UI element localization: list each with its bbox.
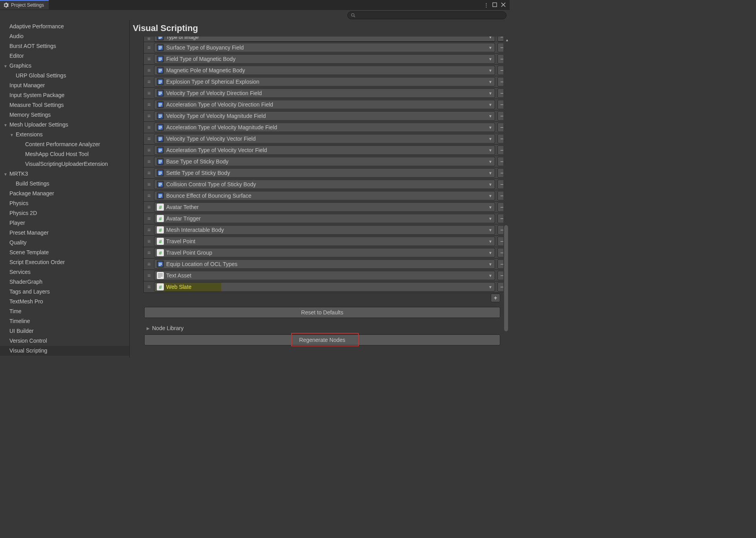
- more-icon[interactable]: ⋮: [483, 2, 489, 8]
- drag-handle-icon[interactable]: ≡: [146, 44, 152, 51]
- type-dropdown[interactable]: Text Asset▼: [154, 271, 495, 280]
- sidebar-item[interactable]: Measure Tool Settings: [0, 100, 129, 110]
- drag-handle-icon[interactable]: ≡: [146, 181, 152, 187]
- add-type-button[interactable]: +: [491, 294, 500, 302]
- drag-handle-icon[interactable]: ≡: [146, 113, 152, 119]
- sidebar-item[interactable]: Version Control: [0, 336, 129, 346]
- search-field[interactable]: [358, 13, 503, 18]
- drag-handle-icon[interactable]: ≡: [146, 158, 152, 165]
- drag-handle-icon[interactable]: ≡: [146, 227, 152, 233]
- type-dropdown[interactable]: #Travel Point Group▼: [154, 248, 495, 257]
- type-dropdown[interactable]: #Travel Point▼: [154, 237, 495, 246]
- sidebar-item[interactable]: ShaderGraph: [0, 277, 129, 287]
- drag-handle-icon[interactable]: ≡: [146, 101, 152, 108]
- search-input[interactable]: [347, 11, 506, 19]
- sidebar-item[interactable]: Memory Settings: [0, 110, 129, 120]
- type-dropdown[interactable]: Acceleration Type of Velocity Direction …: [154, 100, 495, 109]
- sidebar-item[interactable]: ▼Mesh Uploader Settings: [0, 120, 129, 130]
- svg-rect-34: [159, 115, 162, 116]
- sidebar-item[interactable]: Visual Scripting: [0, 346, 129, 356]
- type-dropdown[interactable]: Surface Type of Buoyancy Field▼: [154, 43, 495, 52]
- type-dropdown[interactable]: #Avatar Trigger▼: [154, 214, 495, 223]
- drag-handle-icon[interactable]: ≡: [146, 170, 152, 176]
- drag-handle-icon[interactable]: ≡: [146, 136, 152, 142]
- drag-handle-icon[interactable]: ≡: [146, 79, 152, 85]
- type-dropdown[interactable]: #Mesh Interactable Body▼: [154, 225, 495, 235]
- sidebar-item[interactable]: Script Execution Order: [0, 257, 129, 267]
- drag-handle-icon[interactable]: ≡: [146, 204, 152, 210]
- type-options-list[interactable]: ≡ Type of Image ▼ − ≡Surface Type of Buo…: [130, 37, 510, 358]
- drag-handle-icon[interactable]: ≡: [146, 215, 152, 222]
- sidebar-item[interactable]: Physics 2D: [0, 208, 129, 218]
- drag-handle-icon[interactable]: ≡: [146, 272, 152, 279]
- type-dropdown[interactable]: Bounce Effect of Bouncing Surface▼: [154, 191, 495, 200]
- type-dropdown[interactable]: Type of Image ▼: [154, 37, 495, 42]
- drag-handle-icon[interactable]: ≡: [146, 238, 152, 244]
- sidebar-item[interactable]: Content Performance Analyzer: [0, 140, 129, 149]
- svg-rect-42: [159, 138, 162, 138]
- sidebar-item[interactable]: Time: [0, 307, 129, 316]
- reset-defaults-button[interactable]: Reset to Defaults: [144, 307, 500, 318]
- type-dropdown[interactable]: Settle Type of Sticky Body▼: [154, 168, 495, 178]
- drag-handle-icon[interactable]: ≡: [146, 193, 152, 199]
- sidebar-item[interactable]: Timeline: [0, 316, 129, 326]
- type-label: Explosion Type of Spherical Explosion: [166, 79, 486, 85]
- settings-sidebar[interactable]: Adaptive PerformanceAudioBurst AOT Setti…: [0, 20, 130, 358]
- sidebar-item[interactable]: Tags and Layers: [0, 287, 129, 297]
- sidebar-item[interactable]: Editor: [0, 51, 129, 61]
- sidebar-item[interactable]: Package Manager: [0, 189, 129, 198]
- type-dropdown[interactable]: Magnetic Pole of Magnetic Body▼: [154, 66, 495, 75]
- sidebar-item[interactable]: Player: [0, 218, 129, 228]
- type-dropdown[interactable]: Field Type of Magnetic Body▼: [154, 54, 495, 64]
- sidebar-item[interactable]: Input Manager: [0, 81, 129, 90]
- drag-handle-icon[interactable]: ≡: [146, 261, 152, 267]
- scroll-up-icon[interactable]: ▲: [505, 38, 509, 42]
- sidebar-item[interactable]: UI Builder: [0, 326, 129, 336]
- drag-handle-icon[interactable]: ≡: [146, 67, 152, 73]
- scrollbar-track[interactable]: ▲: [503, 37, 509, 358]
- sidebar-item[interactable]: Audio: [0, 31, 129, 41]
- sidebar-item[interactable]: ▼MRTK3: [0, 169, 129, 179]
- drag-handle-icon[interactable]: ≡: [146, 90, 152, 96]
- sidebar-item[interactable]: Adaptive Performance: [0, 22, 129, 31]
- sidebar-item[interactable]: Scene Template: [0, 248, 129, 257]
- drag-handle-icon[interactable]: ≡: [146, 250, 152, 256]
- sidebar-item-label: Burst AOT Settings: [9, 43, 56, 49]
- sidebar-item[interactable]: ▼Extensions: [0, 130, 129, 140]
- type-dropdown[interactable]: Equip Location of OCL Types▼: [154, 259, 495, 269]
- sidebar-item[interactable]: Quality: [0, 238, 129, 248]
- type-dropdown[interactable]: Explosion Type of Spherical Explosion▼: [154, 77, 495, 86]
- drag-handle-icon[interactable]: ≡: [146, 37, 152, 42]
- type-dropdown[interactable]: Velocity Type of Velocity Vector Field▼: [154, 134, 495, 143]
- sidebar-item[interactable]: Services: [0, 267, 129, 277]
- chevron-down-icon: ▼: [488, 285, 492, 289]
- sidebar-item[interactable]: Physics: [0, 198, 129, 208]
- close-icon[interactable]: [500, 2, 506, 8]
- csharp-script-icon: #: [157, 215, 164, 222]
- sidebar-item[interactable]: Preset Manager: [0, 228, 129, 238]
- sidebar-item[interactable]: VisualScriptingUploaderExtension: [0, 159, 129, 169]
- drag-handle-icon[interactable]: ≡: [146, 284, 152, 290]
- sidebar-item[interactable]: ▼Graphics: [0, 61, 129, 71]
- drag-handle-icon[interactable]: ≡: [146, 124, 152, 130]
- type-dropdown[interactable]: Base Type of Sticky Body▼: [154, 157, 495, 166]
- type-dropdown[interactable]: Acceleration Type of Velocity Magnitude …: [154, 123, 495, 132]
- sidebar-item[interactable]: Input System Package: [0, 90, 129, 100]
- sidebar-item[interactable]: MeshApp Cloud Host Tool: [0, 149, 129, 159]
- type-dropdown[interactable]: #Avatar Tether▼: [154, 202, 495, 212]
- tab-project-settings[interactable]: Project Settings: [0, 0, 49, 9]
- drag-handle-icon[interactable]: ≡: [146, 147, 152, 153]
- sidebar-item[interactable]: URP Global Settings: [0, 71, 129, 81]
- type-dropdown[interactable]: #Web Slate▼: [154, 282, 495, 292]
- scrollbar-thumb[interactable]: [504, 225, 508, 331]
- type-dropdown[interactable]: Velocity Type of Velocity Magnitude Fiel…: [154, 111, 495, 121]
- sidebar-item[interactable]: ▼XR Plug-in Management: [0, 356, 129, 358]
- drag-handle-icon[interactable]: ≡: [146, 56, 152, 62]
- sidebar-item[interactable]: TextMesh Pro: [0, 297, 129, 307]
- sidebar-item[interactable]: Build Settings: [0, 179, 129, 189]
- type-dropdown[interactable]: Collision Control Type of Sticky Body▼: [154, 180, 495, 189]
- sidebar-item[interactable]: Burst AOT Settings: [0, 41, 129, 51]
- maximize-icon[interactable]: [492, 2, 498, 8]
- type-dropdown[interactable]: Velocity Type of Velocity Direction Fiel…: [154, 88, 495, 98]
- type-dropdown[interactable]: Acceleration Type of Velocity Vector Fie…: [154, 145, 495, 155]
